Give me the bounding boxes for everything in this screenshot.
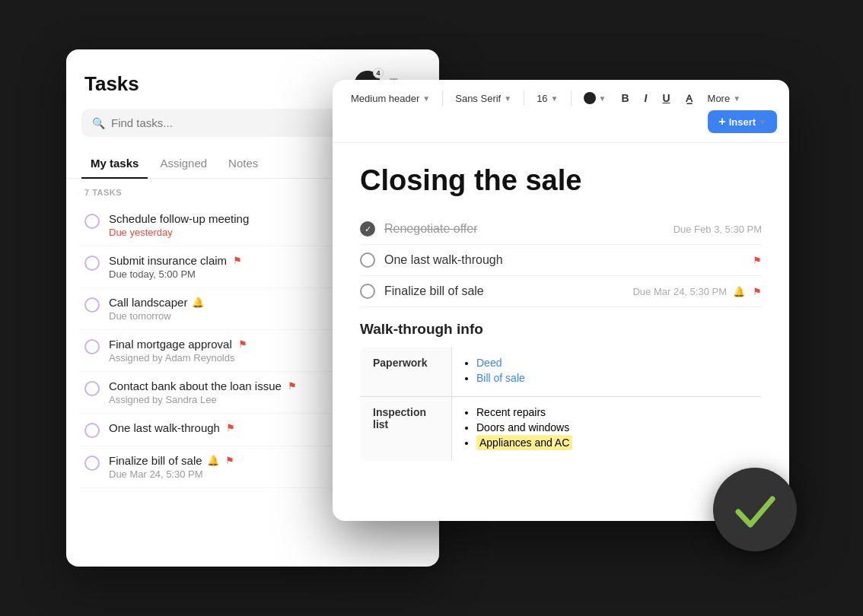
task-checkbox[interactable] bbox=[84, 456, 100, 471]
task-row-left: Renegotiate offer bbox=[360, 221, 477, 237]
task-checkbox[interactable] bbox=[84, 297, 100, 313]
tab-my-tasks[interactable]: My tasks bbox=[81, 149, 148, 179]
doc-task-name: Renegotiate offer bbox=[384, 222, 477, 236]
flag-icon: ⚑ bbox=[226, 422, 235, 433]
bell-icon: 🔔 bbox=[733, 286, 745, 297]
chevron-down-icon: ▼ bbox=[759, 118, 766, 126]
doc-content: Closing the sale Renegotiate offer Due F… bbox=[333, 143, 789, 521]
toolbar-divider bbox=[524, 90, 524, 106]
search-input-wrapper: 🔍 bbox=[81, 109, 344, 137]
bell-icon: 🔔 bbox=[207, 455, 219, 466]
insert-button[interactable]: + Insert ▼ bbox=[708, 110, 777, 133]
bell-icon: 🔔 bbox=[192, 297, 204, 308]
font-size-button[interactable]: A̲ bbox=[680, 90, 699, 107]
doc-task-row[interactable]: One last walk-through ⚑ bbox=[360, 245, 762, 276]
doc-task-name: One last walk-through bbox=[384, 253, 503, 267]
doc-toolbar: Medium header ▼ Sans Serif ▼ 16 ▼ ▼ B I … bbox=[333, 80, 789, 143]
flag-icon: ⚑ bbox=[238, 338, 247, 350]
task-badge: 4 bbox=[373, 68, 384, 78]
list-item: Appliances and AC bbox=[476, 437, 749, 449]
more-dropdown[interactable]: More ▼ bbox=[702, 90, 747, 107]
doc-title: Closing the sale bbox=[360, 164, 762, 197]
table-row-content: Deed Bill of sale bbox=[452, 348, 762, 397]
task-checkbox[interactable] bbox=[84, 256, 100, 271]
flag-icon: ⚑ bbox=[753, 255, 762, 266]
doc-task-row[interactable]: Renegotiate offer Due Feb 3, 5:30 PM bbox=[360, 214, 762, 245]
tab-notes[interactable]: Notes bbox=[219, 149, 267, 179]
chevron-down-icon: ▼ bbox=[599, 94, 607, 103]
task-checkbox[interactable] bbox=[84, 339, 100, 354]
doc-task-name: Finalize bill of sale bbox=[384, 284, 484, 298]
checkmark-icon bbox=[731, 485, 780, 535]
chevron-down-icon: ▼ bbox=[733, 94, 740, 103]
list-item: Doors and windows bbox=[476, 421, 749, 433]
doc-task-row[interactable]: Finalize bill of sale Due Mar 24, 5:30 P… bbox=[360, 276, 762, 307]
checkmark-circle bbox=[713, 468, 797, 551]
table-row-header: Inspectionlist bbox=[361, 397, 452, 462]
task-row-left: Finalize bill of sale bbox=[360, 284, 484, 299]
underline-button[interactable]: U bbox=[656, 89, 676, 107]
table-row-content: Recent repairs Doors and windows Applian… bbox=[452, 397, 762, 462]
flag-icon: ⚑ bbox=[233, 255, 242, 266]
color-swatch bbox=[584, 92, 596, 104]
tasks-title: Tasks bbox=[84, 72, 139, 96]
chevron-down-icon: ▼ bbox=[422, 94, 430, 103]
format-dropdown[interactable]: Medium header ▼ bbox=[345, 90, 436, 107]
flag-icon: ⚑ bbox=[225, 455, 234, 466]
search-input[interactable] bbox=[111, 116, 333, 129]
task-checkbox[interactable] bbox=[84, 214, 100, 229]
search-icon: 🔍 bbox=[92, 117, 105, 129]
section-header: Walk-through info bbox=[360, 321, 762, 338]
task-checkbox[interactable] bbox=[84, 423, 100, 438]
doc-task-due: Due Mar 24, 5:30 PM 🔔 ⚑ bbox=[632, 286, 762, 297]
bold-button[interactable]: B bbox=[615, 89, 635, 107]
table-row: Inspectionlist Recent repairs Doors and … bbox=[361, 397, 762, 462]
toolbar-divider bbox=[442, 90, 443, 106]
bill-of-sale-link[interactable]: Bill of sale bbox=[476, 372, 525, 384]
tab-assigned[interactable]: Assigned bbox=[151, 149, 216, 179]
task-row-left: One last walk-through bbox=[360, 252, 503, 268]
doc-task-due: ⚑ bbox=[751, 255, 762, 266]
size-dropdown[interactable]: 16 ▼ bbox=[530, 90, 564, 107]
flag-icon: ⚑ bbox=[288, 380, 297, 392]
table-row: Paperwork Deed Bill of sale bbox=[361, 348, 762, 397]
color-dropdown[interactable]: ▼ bbox=[578, 89, 613, 107]
doc-task-checkbox[interactable] bbox=[360, 221, 375, 237]
flag-icon: ⚑ bbox=[753, 286, 762, 297]
font-dropdown[interactable]: Sans Serif ▼ bbox=[449, 90, 517, 107]
highlighted-text: Appliances and AC bbox=[476, 435, 572, 450]
task-checkbox[interactable] bbox=[84, 381, 100, 396]
list-item: Recent repairs bbox=[476, 406, 749, 418]
deed-link[interactable]: Deed bbox=[476, 357, 502, 369]
doc-task-due: Due Feb 3, 5:30 PM bbox=[674, 224, 762, 235]
toolbar-divider bbox=[571, 90, 572, 106]
doc-panel: Medium header ▼ Sans Serif ▼ 16 ▼ ▼ B I … bbox=[333, 80, 789, 521]
doc-task-checkbox[interactable] bbox=[360, 252, 375, 268]
table-row-header: Paperwork bbox=[361, 348, 452, 397]
italic-button[interactable]: I bbox=[638, 89, 654, 107]
chevron-down-icon: ▼ bbox=[551, 94, 559, 103]
chevron-down-icon: ▼ bbox=[504, 94, 511, 103]
info-table: Paperwork Deed Bill of sale Inspectionli… bbox=[360, 347, 762, 462]
doc-task-checkbox[interactable] bbox=[360, 284, 375, 299]
